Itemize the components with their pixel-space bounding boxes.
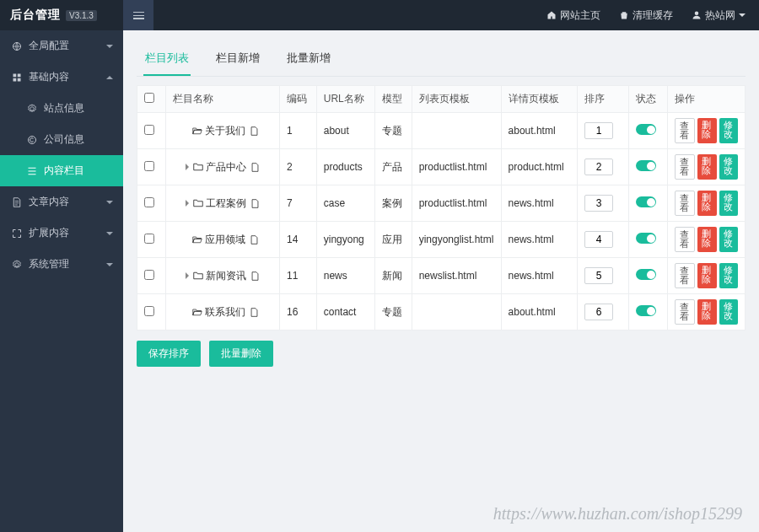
row-checkbox[interactable] <box>144 161 154 171</box>
sidebar-sub-1-2[interactable]: 内容栏目 <box>0 155 123 186</box>
status-toggle[interactable] <box>636 269 656 280</box>
row-checkbox[interactable] <box>144 270 154 280</box>
page-icon[interactable] <box>250 126 259 136</box>
sort-input[interactable] <box>584 195 613 212</box>
table-row: 新闻资讯11news新闻newslist.htmlnews.html查看删除修改 <box>137 258 746 294</box>
table-row: 产品中心2products产品productlist.htmlproduct.h… <box>137 149 746 185</box>
row-checkbox[interactable] <box>144 306 154 316</box>
grid-icon <box>12 73 22 83</box>
sidebar-sub-label: 内容栏目 <box>44 164 84 178</box>
sidebar-sub-label: 公司信息 <box>44 132 84 147</box>
delete-button[interactable]: 删除 <box>697 263 716 288</box>
row-name: 产品中心 <box>206 160 246 175</box>
row-list-tpl: yingyonglist.html <box>412 222 501 258</box>
folder-open-icon <box>192 307 202 317</box>
tree-arrow-icon[interactable] <box>186 200 189 207</box>
status-toggle[interactable] <box>636 196 656 207</box>
sidebar-sub-1-1[interactable]: 公司信息 <box>0 124 123 155</box>
sidebar-item-0[interactable]: 全局配置 <box>0 30 123 62</box>
sidebar-item-4[interactable]: 系统管理 <box>0 249 123 280</box>
view-button[interactable]: 查看 <box>675 118 695 143</box>
page-icon[interactable] <box>250 163 260 172</box>
row-list-tpl <box>412 113 501 149</box>
row-url: about <box>316 113 375 149</box>
edit-button[interactable]: 修改 <box>719 299 738 325</box>
delete-button[interactable]: 删除 <box>697 118 716 143</box>
folder-icon <box>193 162 203 172</box>
trash-icon <box>619 10 629 20</box>
edit-button[interactable]: 修改 <box>719 154 738 180</box>
nav-home[interactable]: 网站主页 <box>546 8 600 23</box>
tree-arrow-icon[interactable] <box>186 272 189 279</box>
edit-button[interactable]: 修改 <box>719 227 738 252</box>
row-name: 工程案例 <box>206 196 246 211</box>
nav-clear-cache[interactable]: 清理缓存 <box>619 8 673 23</box>
sidebar-item-3[interactable]: 扩展内容 <box>0 218 123 249</box>
sidebar-sub-1-0[interactable]: 站点信息 <box>0 93 123 124</box>
hamburger-toggle[interactable] <box>123 0 153 30</box>
row-detail-tpl: about.html <box>501 113 577 149</box>
delete-button[interactable]: 删除 <box>697 299 716 325</box>
home-icon <box>546 10 557 20</box>
view-button[interactable]: 查看 <box>675 227 695 252</box>
checkbox-all[interactable] <box>144 93 154 103</box>
sort-input[interactable] <box>584 159 613 175</box>
page-icon[interactable] <box>250 235 259 245</box>
sort-input[interactable] <box>584 231 613 248</box>
copyright-icon <box>27 135 37 145</box>
row-checkbox[interactable] <box>144 234 154 244</box>
edit-button[interactable]: 修改 <box>719 118 738 143</box>
row-checkbox[interactable] <box>144 125 154 135</box>
row-url: yingyong <box>316 222 375 258</box>
view-button[interactable]: 查看 <box>675 191 695 216</box>
batch-delete-button[interactable]: 批量删除 <box>209 341 273 367</box>
header-name: 栏目名称 <box>165 86 279 113</box>
save-sort-button[interactable]: 保存排序 <box>137 341 201 367</box>
svg-rect-5 <box>18 78 21 81</box>
table-row: 应用领域14yingyong应用yingyonglist.htmlnews.ht… <box>137 222 746 258</box>
delete-button[interactable]: 删除 <box>697 227 716 252</box>
status-toggle[interactable] <box>636 160 656 171</box>
chevron-down-icon <box>739 10 746 20</box>
tab-add[interactable]: 栏目新增 <box>214 44 261 76</box>
edit-button[interactable]: 修改 <box>719 191 738 216</box>
delete-button[interactable]: 删除 <box>697 154 716 180</box>
sidebar-item-label: 文章内容 <box>29 195 69 209</box>
table-row: 关于我们1about专题about.html查看删除修改 <box>137 113 746 149</box>
tab-batch-add[interactable]: 批量新增 <box>285 44 332 76</box>
tab-list[interactable]: 栏目列表 <box>143 44 191 76</box>
row-name: 联系我们 <box>205 305 245 320</box>
nav-user[interactable]: 热站网 <box>692 8 746 23</box>
view-button[interactable]: 查看 <box>675 154 695 180</box>
status-toggle[interactable] <box>636 233 656 244</box>
row-model: 案例 <box>375 185 412 222</box>
delete-button[interactable]: 删除 <box>697 191 716 216</box>
row-code: 1 <box>280 113 317 149</box>
page-icon[interactable] <box>250 199 260 208</box>
status-toggle[interactable] <box>636 124 656 135</box>
row-name: 应用领域 <box>205 233 245 247</box>
sidebar-item-label: 扩展内容 <box>29 226 69 240</box>
row-url: contact <box>316 294 375 330</box>
svg-rect-2 <box>13 73 17 77</box>
sidebar-item-2[interactable]: 文章内容 <box>0 186 123 218</box>
sort-input[interactable] <box>584 267 613 284</box>
page-icon[interactable] <box>250 308 259 317</box>
header-detail-tpl: 详情页模板 <box>501 86 577 113</box>
status-toggle[interactable] <box>636 305 656 316</box>
tree-arrow-icon[interactable] <box>186 164 189 170</box>
row-model: 应用 <box>375 222 412 258</box>
edit-button[interactable]: 修改 <box>719 263 738 288</box>
row-code: 16 <box>280 294 317 330</box>
row-detail-tpl: news.html <box>501 185 577 222</box>
view-button[interactable]: 查看 <box>675 299 695 325</box>
page-icon[interactable] <box>250 271 260 281</box>
sidebar-item-1[interactable]: 基础内容 <box>0 62 123 93</box>
view-button[interactable]: 查看 <box>675 263 695 288</box>
header-checkbox <box>137 86 166 113</box>
row-code: 11 <box>280 258 317 294</box>
sort-input[interactable] <box>584 122 613 139</box>
header-sort: 排序 <box>577 86 628 113</box>
row-checkbox[interactable] <box>144 197 154 207</box>
sort-input[interactable] <box>584 304 613 320</box>
